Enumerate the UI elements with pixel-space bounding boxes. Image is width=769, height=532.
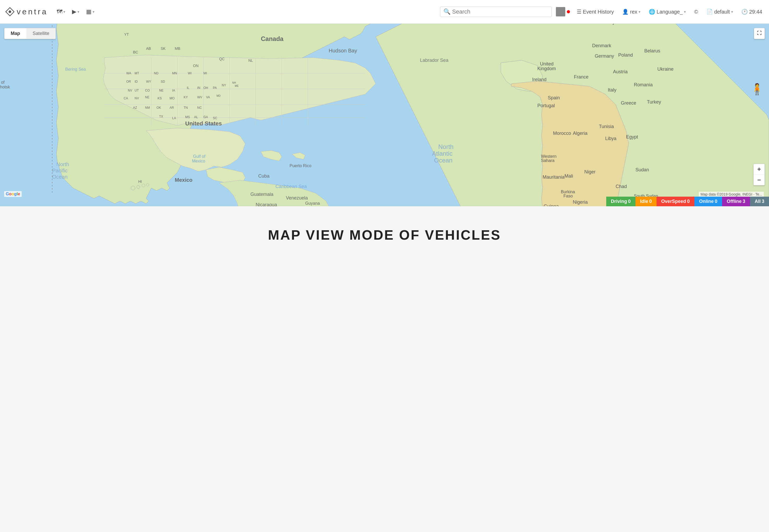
svg-text:Ocean: Ocean: [434, 157, 453, 164]
svg-text:Cuba: Cuba: [258, 173, 270, 179]
svg-text:Greece: Greece: [621, 100, 636, 106]
map-container[interactable]: Norwegian Sea Iceland Sweden Finland Nor…: [0, 24, 769, 206]
svg-point-4: [137, 185, 140, 189]
satellite-view-button[interactable]: Satellite: [26, 28, 56, 39]
copyright-icon: ©: [694, 9, 698, 15]
svg-text:PA: PA: [213, 86, 217, 90]
overspeed-count: 0: [687, 199, 690, 204]
svg-text:MB: MB: [175, 46, 180, 51]
default-icon: 📄: [706, 9, 713, 15]
driving-status[interactable]: Driving 0: [606, 197, 635, 206]
gray-square-area: [556, 7, 570, 16]
svg-text:NV: NV: [128, 89, 132, 92]
play-nav-button[interactable]: ▶ ▾: [70, 7, 81, 16]
svg-text:Sudan: Sudan: [635, 167, 649, 172]
event-history-button[interactable]: ☰ Event History: [575, 8, 615, 16]
map-copyright: Map data ©2019 Google, INEGI · Te...: [699, 192, 764, 197]
svg-text:Western: Western: [541, 154, 556, 159]
search-input[interactable]: [452, 8, 548, 15]
offline-label: Offline: [727, 199, 742, 204]
svg-text:Burkina: Burkina: [561, 190, 575, 194]
language-label: Language_: [657, 9, 683, 15]
zoom-out-button[interactable]: −: [754, 175, 765, 185]
svg-text:Niger: Niger: [584, 169, 596, 174]
online-status[interactable]: Online 0: [694, 197, 722, 206]
svg-text:Nicaragua: Nicaragua: [256, 202, 277, 206]
idle-status[interactable]: Idle 0: [635, 197, 657, 206]
svg-text:SK: SK: [161, 46, 166, 51]
language-icon: 🌐: [649, 9, 655, 15]
svg-text:WI: WI: [188, 71, 192, 75]
svg-text:SD: SD: [161, 80, 165, 83]
svg-text:Chad: Chad: [616, 184, 627, 189]
all-count: 3: [762, 199, 764, 204]
svg-text:HI: HI: [138, 179, 142, 184]
header-nav-icons: 🗺 ▾ ▶ ▾ ▦ ▾: [55, 7, 97, 16]
fullscreen-icon: [757, 30, 762, 35]
svg-text:MO: MO: [170, 96, 175, 100]
user-menu-button[interactable]: 👤 rex ▾: [621, 8, 642, 16]
svg-text:Ocean: Ocean: [52, 174, 68, 180]
default-button[interactable]: 📄 default ▾: [705, 8, 735, 16]
all-status[interactable]: All 3: [750, 197, 769, 206]
map-view-button[interactable]: Map: [4, 28, 26, 39]
svg-text:Ireland: Ireland: [532, 77, 546, 82]
svg-text:TN: TN: [184, 106, 188, 110]
street-view-pegman[interactable]: 🧍: [750, 83, 764, 95]
fullscreen-button[interactable]: [754, 28, 765, 39]
logo-text: ventra: [17, 7, 48, 16]
logo-icon: [5, 7, 15, 16]
event-history-icon: ☰: [577, 9, 581, 15]
svg-text:Guatemala: Guatemala: [250, 192, 274, 197]
svg-text:OH: OH: [203, 86, 208, 90]
zoom-in-button[interactable]: +: [754, 164, 765, 175]
svg-text:Mali: Mali: [564, 173, 573, 179]
app-header: ventra 🗺 ▾ ▶ ▾ ▦ ▾ 🔍 ☰ Event History: [0, 0, 769, 24]
svg-text:AL: AL: [194, 115, 198, 119]
overspeed-label: OverSpeed: [661, 199, 686, 204]
svg-text:WV: WV: [197, 95, 202, 99]
svg-text:Sahara: Sahara: [541, 158, 555, 163]
language-chevron: ▾: [684, 10, 686, 14]
svg-text:NH: NH: [232, 81, 236, 84]
svg-text:Algeria: Algeria: [573, 131, 588, 136]
svg-point-1: [9, 10, 11, 13]
language-button[interactable]: 🌐 Language_ ▾: [647, 8, 687, 16]
svg-text:Nigeria: Nigeria: [573, 199, 588, 205]
idle-count: 0: [649, 199, 652, 204]
svg-text:NE: NE: [159, 89, 164, 92]
svg-text:Gulf of: Gulf of: [193, 154, 206, 159]
menu-nav-chevron: ▾: [93, 10, 94, 14]
overspeed-status[interactable]: OverSpeed 0: [657, 197, 694, 206]
search-icon: 🔍: [443, 8, 450, 15]
svg-text:France: France: [574, 74, 588, 80]
svg-text:Poland: Poland: [618, 52, 633, 58]
svg-text:Kingdom: Kingdom: [537, 66, 556, 71]
svg-point-3: [131, 186, 135, 190]
svg-text:Atlantic: Atlantic: [432, 150, 453, 157]
svg-text:Tunisia: Tunisia: [599, 124, 614, 129]
gray-square-icon: [556, 7, 565, 16]
play-nav-icon: ▶: [72, 8, 76, 15]
svg-text:BC: BC: [133, 50, 138, 54]
svg-text:hotsk: hotsk: [0, 85, 10, 89]
time-display: 🕐 29:44: [740, 8, 764, 16]
copyright-item[interactable]: ©: [693, 8, 700, 16]
svg-text:MD: MD: [217, 94, 221, 97]
user-icon: 👤: [622, 9, 629, 15]
event-history-label: Event History: [583, 9, 614, 15]
svg-text:Mexico: Mexico: [192, 159, 205, 163]
svg-text:North: North: [438, 143, 454, 150]
svg-text:ME: ME: [235, 84, 239, 87]
all-label: All: [755, 199, 761, 204]
svg-text:Pacific: Pacific: [52, 168, 68, 173]
red-dot-indicator: [567, 10, 570, 13]
svg-text:LA: LA: [172, 116, 176, 120]
svg-text:AZ: AZ: [133, 106, 137, 110]
svg-text:UT: UT: [135, 89, 139, 92]
svg-text:IN: IN: [197, 86, 200, 90]
map-nav-button[interactable]: 🗺 ▾: [55, 7, 67, 16]
offline-status[interactable]: Offline 3: [722, 197, 750, 206]
svg-text:Labrador Sea: Labrador Sea: [420, 58, 449, 63]
menu-nav-button[interactable]: ▦ ▾: [84, 7, 97, 16]
